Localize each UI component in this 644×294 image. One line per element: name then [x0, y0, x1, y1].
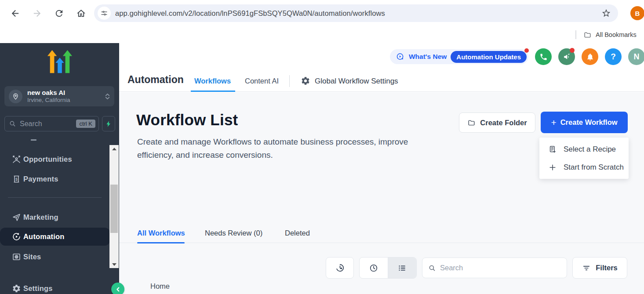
filter-icon [582, 264, 591, 272]
avatar-initial: N [634, 52, 640, 62]
execution-logs-button[interactable] [326, 257, 354, 279]
user-avatar[interactable]: N [628, 48, 644, 65]
history-icon [335, 263, 345, 273]
svg-text:$: $ [15, 177, 18, 181]
automation-updates-badge[interactable]: Automation Updates [451, 51, 527, 63]
tab-all-workflows[interactable]: All Workflows [137, 229, 185, 237]
account-chevrons-icon [105, 94, 110, 99]
sidebar-item-marketing[interactable]: Marketing [0, 209, 110, 225]
tab-content-ai[interactable]: Content AI [245, 77, 279, 85]
tab-needs-review[interactable]: Needs Review (0) [205, 229, 262, 237]
sidebar-item-label: Payments [23, 175, 58, 183]
sidebar-item-settings[interactable]: Settings [0, 280, 110, 294]
workflow-search[interactable] [422, 258, 567, 278]
list-view-button[interactable] [388, 258, 416, 278]
plus-icon [548, 163, 557, 172]
browser-toolbar: app.gohighlevel.com/v2/location/lnPS691g… [0, 0, 644, 26]
whats-new-button[interactable]: What's New Automation Updates [390, 49, 528, 64]
help-label: ? [611, 52, 616, 62]
payments-icon: $ [12, 174, 21, 184]
sidebar-item-sites[interactable]: Sites [0, 249, 110, 265]
create-workflow-label: Create Workflow [560, 118, 618, 127]
menu-item-start-from-scratch[interactable]: Start from Scratch [539, 158, 629, 176]
clock-icon [369, 263, 378, 273]
view-toggle [359, 257, 417, 279]
workflow-list-section: Workflow List Create and manage Workflow… [119, 92, 644, 294]
sidebar-search-input[interactable] [20, 120, 76, 128]
gohighlevel-logo [46, 48, 74, 76]
menu-item-select-recipe[interactable]: Select a Recipe [539, 140, 629, 158]
sidebar-item-label: Opportunities [23, 155, 72, 163]
page-section-title: Automation [127, 74, 184, 86]
recent-view-button[interactable] [360, 258, 388, 278]
sidebar-collapse-button[interactable] [111, 283, 124, 294]
gear-icon [12, 284, 21, 293]
quick-actions-button[interactable] [102, 116, 115, 131]
all-bookmarks-label[interactable]: All Bookmarks [596, 31, 644, 38]
menu-item-label: Select a Recipe [564, 145, 616, 154]
sidebar-item-payments[interactable]: $ Payments [0, 171, 110, 187]
breadcrumb[interactable]: Home [150, 282, 170, 290]
recipe-icon [548, 145, 557, 154]
account-switcher[interactable]: new oaks AI Irvine, California [4, 86, 114, 106]
keyboard-shortcut-badge: ctrl K [76, 120, 95, 128]
automation-header: Automation Workflows Content AI Global W… [119, 70, 644, 92]
main-content: What's New Automation Updates ? N Aut [119, 43, 644, 294]
workflow-search-input[interactable] [440, 264, 561, 272]
account-name: new oaks AI [27, 89, 105, 97]
partial-menu-item [31, 139, 36, 141]
browser-profile-avatar[interactable]: B [630, 6, 644, 20]
sidebar: new oaks AI Irvine, California ctrl K [0, 43, 119, 294]
header-divider [289, 75, 290, 87]
notifications-button[interactable] [582, 48, 598, 65]
bookmarks-folder-icon [583, 31, 592, 39]
page-subtitle: Create and manage Workflows to automate … [137, 135, 445, 162]
plus-icon: + [551, 118, 556, 127]
search-icon [9, 120, 16, 127]
scrollbar-thumb[interactable] [110, 185, 118, 233]
workflow-filter-tabs: All Workflows Needs Review (0) Deleted [119, 226, 644, 243]
bookmark-star-icon[interactable] [599, 6, 614, 21]
tab-workflows[interactable]: Workflows [194, 77, 231, 85]
reload-icon[interactable] [50, 4, 68, 22]
sidebar-item-automation[interactable]: Automation [0, 228, 110, 246]
active-tab-underline [137, 242, 185, 243]
page-title: Workflow List [136, 111, 238, 129]
search-icon [428, 264, 436, 272]
global-workflow-settings-link[interactable]: Global Workflow Settings [315, 77, 398, 86]
whats-new-icon [396, 52, 405, 62]
filters-label: Filters [596, 264, 618, 272]
menu-item-label: Start from Scratch [564, 163, 624, 172]
chevron-left-icon [114, 286, 122, 293]
announcements-button[interactable] [558, 48, 575, 65]
scrollbar-up-arrow[interactable] [109, 145, 119, 152]
home-icon[interactable] [72, 4, 90, 22]
megaphone-icon [563, 53, 571, 61]
sidebar-search[interactable]: ctrl K [4, 116, 99, 131]
filters-button[interactable]: Filters [572, 257, 627, 279]
site-settings-icon[interactable] [98, 7, 111, 20]
address-bar[interactable]: app.gohighlevel.com/v2/location/lnPS691g… [94, 4, 618, 22]
tab-deleted[interactable]: Deleted [285, 229, 310, 237]
url-text[interactable]: app.gohighlevel.com/v2/location/lnPS691g… [115, 9, 594, 18]
active-tab-underline [191, 91, 235, 92]
back-icon[interactable] [6, 4, 24, 22]
whats-new-label: What's New [409, 53, 447, 61]
scrollbar-down-arrow[interactable] [109, 261, 119, 268]
bookmarks-bar: All Bookmarks [0, 26, 644, 43]
opportunities-icon [12, 155, 21, 164]
create-folder-button[interactable]: Create Folder [459, 113, 535, 133]
gohighlevel-app-window: app.gohighlevel.com/v2/location/lnPS691g… [0, 0, 644, 294]
lightning-bolt-icon [105, 120, 112, 127]
forward-icon[interactable] [28, 4, 46, 22]
notification-dot [570, 48, 575, 53]
phone-button[interactable] [535, 48, 552, 65]
sites-icon [12, 252, 21, 261]
sidebar-scrollbar[interactable] [109, 145, 119, 268]
help-button[interactable]: ? [605, 48, 622, 65]
sidebar-item-label: Sites [23, 253, 41, 261]
account-location: Irvine, California [27, 97, 105, 104]
sidebar-item-opportunities[interactable]: Opportunities [0, 151, 110, 167]
global-settings-gear-icon[interactable] [301, 76, 310, 86]
create-workflow-button[interactable]: + Create Workflow [541, 112, 628, 133]
